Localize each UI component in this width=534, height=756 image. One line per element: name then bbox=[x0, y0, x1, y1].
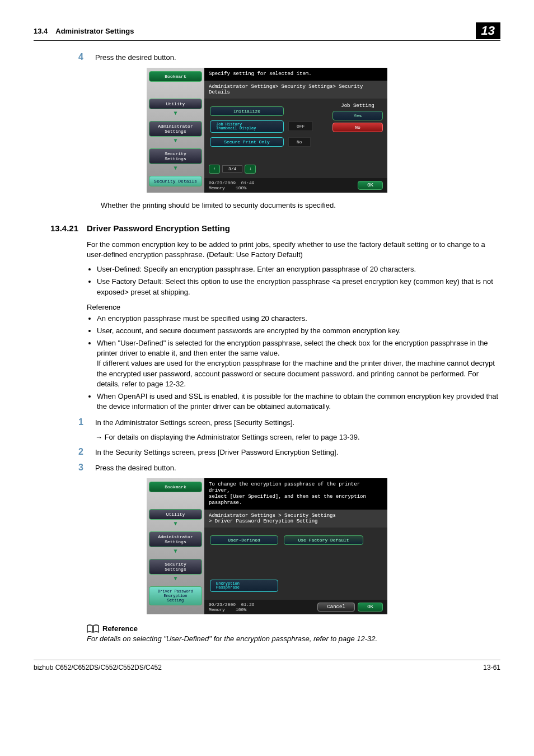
page-up-button[interactable]: ↑ bbox=[209, 165, 220, 174]
list-item: An encryption passphrase must be specifi… bbox=[97, 314, 500, 324]
subsection-number: 13.4.21 bbox=[34, 223, 87, 233]
list-item: When "User-Defined" is selected for the … bbox=[97, 338, 500, 389]
reference-title: Reference bbox=[102, 624, 138, 633]
list-item: When OpenAPI is used and SSL is enabled,… bbox=[97, 391, 500, 412]
job-history-value: OFF bbox=[288, 122, 313, 131]
admin-settings-button[interactable]: Administrator Settings bbox=[149, 121, 202, 137]
breadcrumb: Administrator Settings > Security Settin… bbox=[204, 510, 387, 528]
step-sub: For details on displaying the Administra… bbox=[95, 433, 500, 441]
screenshot-driver-password: Bookmark Utility ▼ Administrator Setting… bbox=[147, 478, 387, 614]
reference-text: For details on selecting "User-Defined" … bbox=[87, 634, 500, 643]
driver-password-button[interactable]: Driver Password Encryption Setting bbox=[149, 586, 202, 605]
list-item: User-Defined: Specify an encryption pass… bbox=[97, 264, 500, 274]
initialize-button[interactable]: Initialize bbox=[210, 106, 284, 116]
footer-page: 13-61 bbox=[483, 664, 500, 671]
step-text: Press the desired button. bbox=[95, 463, 176, 473]
secure-print-value: No bbox=[288, 137, 311, 147]
bookmark-button[interactable]: Bookmark bbox=[149, 71, 202, 82]
ok-button[interactable]: OK bbox=[358, 603, 383, 612]
footer-model: bizhub C652/C652DS/C552/C552DS/C452 bbox=[34, 664, 162, 671]
list-item: Use Factory Default: Select this option … bbox=[97, 277, 500, 297]
pager: ↑ 3/4 ↓ bbox=[209, 165, 329, 174]
cancel-button[interactable]: Cancel bbox=[317, 603, 354, 612]
arrow-down-icon: ▼ bbox=[149, 521, 202, 527]
bullet-list: User-Defined: Specify an encryption pass… bbox=[87, 264, 500, 297]
section-number: 13.4 bbox=[34, 27, 48, 35]
arrow-down-icon: ▼ bbox=[149, 138, 202, 144]
subsection-heading: 13.4.21 Driver Password Encryption Setti… bbox=[34, 223, 500, 233]
page-header: 13.4 Administrator Settings 13 bbox=[34, 22, 500, 41]
reference-label: Reference bbox=[87, 303, 500, 311]
step-2: 2 In the Security Settings screen, press… bbox=[78, 447, 500, 457]
list-item: User, account, and secure document passw… bbox=[97, 326, 500, 336]
instruction-text: Specify setting for selected item. bbox=[204, 68, 387, 81]
arrow-down-icon: ▼ bbox=[149, 576, 202, 582]
arrow-down-icon: ▼ bbox=[149, 110, 202, 116]
status-bar: 09/23/2009 01:29 Memory 100% bbox=[209, 602, 255, 612]
utility-button[interactable]: Utility bbox=[149, 509, 202, 520]
job-history-button[interactable]: Job History Thumbnail Display bbox=[210, 120, 284, 133]
yes-button[interactable]: Yes bbox=[332, 111, 383, 120]
step-number: 2 bbox=[78, 447, 95, 457]
page-footer: bizhub C652/C652DS/C552/C552DS/C452 13-6… bbox=[34, 660, 500, 671]
bullet-list: An encryption passphrase must be specifi… bbox=[87, 314, 500, 412]
step-3: 3 Press the desired button. bbox=[78, 463, 500, 473]
step-4: 4 Press the desired button. bbox=[78, 52, 500, 62]
step-1: 1 In the Administrator Settings screen, … bbox=[78, 417, 500, 427]
utility-button[interactable]: Utility bbox=[149, 99, 202, 109]
screenshot-security-details: Bookmark Utility ▼ Administrator Setting… bbox=[147, 68, 387, 193]
step-text: In the Administrator Settings screen, pr… bbox=[95, 417, 294, 427]
arrow-down-icon: ▼ bbox=[149, 548, 202, 554]
security-details-button[interactable]: Security Details bbox=[149, 176, 202, 186]
security-settings-button[interactable]: Security Settings bbox=[149, 148, 202, 164]
arrow-down-icon: ▼ bbox=[149, 165, 202, 171]
factory-default-tab[interactable]: Use Factory Default bbox=[284, 535, 363, 545]
no-button[interactable]: No bbox=[332, 123, 383, 132]
secure-print-button[interactable]: Secure Print Only bbox=[210, 137, 284, 147]
job-setting-label: Job Setting bbox=[332, 103, 383, 109]
user-defined-tab[interactable]: User-Defined bbox=[210, 535, 278, 545]
paragraph: For the common encryption key to be adde… bbox=[87, 240, 500, 260]
ok-button[interactable]: OK bbox=[358, 181, 383, 190]
admin-settings-button[interactable]: Administrator Settings bbox=[149, 531, 202, 547]
step-text: Press the desired button. bbox=[95, 52, 176, 62]
subsection-title: Driver Password Encryption Setting bbox=[87, 223, 230, 233]
section-title: Administrator Settings bbox=[55, 27, 134, 35]
step-text: In the Security Settings screen, press [… bbox=[95, 447, 338, 457]
step-number: 3 bbox=[78, 463, 95, 473]
security-settings-button[interactable]: Security Settings bbox=[149, 559, 202, 575]
status-bar: 09/23/2009 01:49 Memory 100% bbox=[209, 180, 255, 190]
breadcrumb: Administrator Settings> Security Setting… bbox=[204, 81, 387, 99]
step-number: 4 bbox=[78, 52, 95, 62]
page-down-button[interactable]: ↓ bbox=[245, 165, 256, 174]
encryption-passphrase-button[interactable]: Encryption Passphrase bbox=[210, 580, 278, 592]
step-number: 1 bbox=[78, 417, 95, 427]
bookmark-button[interactable]: Bookmark bbox=[149, 482, 202, 492]
chapter-badge: 13 bbox=[476, 22, 500, 39]
instruction-text: To change the encryption passphrase of t… bbox=[204, 478, 387, 509]
reference-callout: Reference bbox=[87, 624, 500, 633]
book-icon bbox=[87, 624, 99, 633]
page-indicator: 3/4 bbox=[222, 165, 242, 172]
caption: Whether the printing should be limited t… bbox=[101, 201, 500, 209]
